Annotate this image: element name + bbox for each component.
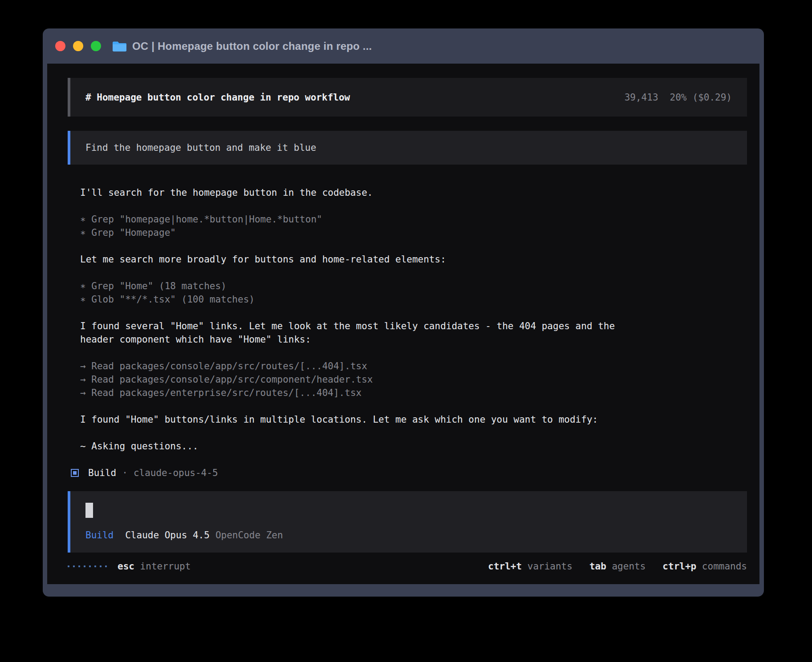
zoom-button[interactable] xyxy=(91,41,101,51)
assistant-text-line: I found "Home" buttons/links in multiple… xyxy=(80,413,747,426)
line-text: Grep "Homepage" xyxy=(91,227,176,238)
esc-key: esc xyxy=(118,561,134,572)
agent-separator: · xyxy=(122,466,128,480)
titlebar: OC | Homepage button color change in rep… xyxy=(43,28,764,64)
line-text: Read packages/console/app/src/component/… xyxy=(91,374,373,385)
shortcut-label: agents xyxy=(606,561,646,572)
session-header: # Homepage button color change in repo w… xyxy=(68,78,747,117)
tool-asterisk-icon: ∗ xyxy=(80,281,91,291)
line-text: Glob "**/*.tsx" (100 matches) xyxy=(91,294,255,305)
line-text: I found "Home" buttons/links in multiple… xyxy=(80,414,598,425)
line-text: Read packages/console/app/src/routes/[..… xyxy=(91,361,367,371)
spinner-dot xyxy=(73,565,75,567)
session-stats: 39,413 20% ($0.29) xyxy=(625,91,732,104)
spinner-dot xyxy=(84,565,85,567)
tool-call-line: → Read packages/enterprise/src/routes/[.… xyxy=(80,386,747,400)
tool-call-line: → Read packages/console/app/src/routes/[… xyxy=(80,359,747,373)
agent-status-row: Build · claude-opus-4-5 xyxy=(68,466,747,480)
assistant-text-line: I found several "Home" links. Let me loo… xyxy=(80,319,637,346)
tool-asterisk-icon: ∗ xyxy=(80,214,91,225)
folder-icon xyxy=(113,40,126,52)
agent-name: Build xyxy=(88,466,116,480)
spinner-dot xyxy=(89,565,91,567)
line-text: ~ Asking questions... xyxy=(80,441,199,452)
build-agent-icon xyxy=(71,469,79,477)
agent-model: claude-opus-4-5 xyxy=(134,466,218,480)
line-text: I found several "Home" links. Let me loo… xyxy=(80,321,615,345)
token-count: 39,413 xyxy=(625,91,658,104)
input-model: Claude Opus 4.5 xyxy=(125,529,210,542)
esc-label: interrupt xyxy=(140,561,191,572)
tool-asterisk-icon: ∗ xyxy=(80,294,91,305)
assistant-text-line: Let me search more broadly for buttons a… xyxy=(80,253,747,266)
read-arrow-icon: → xyxy=(80,388,91,398)
shortcut-key: tab xyxy=(589,561,606,572)
statusbar: esc interrupt ctrl+t variantstab agentsc… xyxy=(68,560,747,573)
tool-call-line: ∗ Glob "**/*.tsx" (100 matches) xyxy=(80,293,747,306)
line-text: Grep "Home" (18 matches) xyxy=(91,281,226,291)
shortcut-list: ctrl+t variantstab agentsctrl+p commands xyxy=(488,560,747,573)
line-text: Let me search more broadly for buttons a… xyxy=(80,254,446,265)
spinner-dot xyxy=(68,565,69,567)
spinner-dot xyxy=(105,565,107,567)
read-arrow-icon: → xyxy=(80,374,91,385)
shortcut-label: variants xyxy=(522,561,572,572)
shortcut-agents: tab agents xyxy=(589,560,646,573)
line-text: Read packages/enterprise/src/routes/[...… xyxy=(91,388,361,398)
spinner-dot xyxy=(78,565,80,567)
input-provider: OpenCode Zen xyxy=(215,529,283,542)
tool-call-line: ∗ Grep "Homepage" xyxy=(80,226,747,239)
terminal-screen: # Homepage button color change in repo w… xyxy=(47,64,759,584)
user-message-text: Find the homepage button and make it blu… xyxy=(85,141,316,154)
input-agent-mode: Build xyxy=(85,529,114,542)
tool-call-line: → Read packages/console/app/src/componen… xyxy=(80,373,747,386)
session-cost: ($0.29) xyxy=(692,91,732,104)
terminal-window: OC | Homepage button color change in rep… xyxy=(43,28,764,597)
tool-call-line: ∗ Grep "Home" (18 matches) xyxy=(80,279,747,293)
conversation: I'll search for the homepage button in t… xyxy=(80,186,747,453)
tool-asterisk-icon: ∗ xyxy=(80,227,91,238)
read-arrow-icon: → xyxy=(80,361,91,371)
traffic-lights xyxy=(55,41,101,51)
user-message: Find the homepage button and make it blu… xyxy=(68,131,747,165)
esc-hint: esc interrupt xyxy=(118,560,191,573)
line-text: Grep "homepage|home.*button|Home.*button… xyxy=(91,214,322,225)
assistant-text-line: ~ Asking questions... xyxy=(80,440,747,453)
minimize-button[interactable] xyxy=(73,41,83,51)
spinner-dot xyxy=(94,565,96,567)
context-percent: 20% xyxy=(670,91,687,104)
spinner-dot xyxy=(100,565,102,567)
assistant-text-line: I'll search for the homepage button in t… xyxy=(80,186,747,199)
session-title: # Homepage button color change in repo w… xyxy=(85,91,350,104)
window-title: OC | Homepage button color change in rep… xyxy=(132,40,372,52)
spinner-dots xyxy=(68,565,107,567)
input-cursor xyxy=(85,503,93,518)
shortcut-commands: ctrl+p commands xyxy=(662,560,747,573)
shortcut-key: ctrl+p xyxy=(662,561,696,572)
line-text: I'll search for the homepage button in t… xyxy=(80,187,373,198)
input-meta-row: Build Claude Opus 4.5 OpenCode Zen xyxy=(85,529,732,542)
close-button[interactable] xyxy=(55,41,65,51)
shortcut-label: commands xyxy=(696,561,747,572)
shortcut-key: ctrl+t xyxy=(488,561,522,572)
prompt-input[interactable]: Build Claude Opus 4.5 OpenCode Zen xyxy=(68,491,747,553)
shortcut-variants: ctrl+t variants xyxy=(488,560,572,573)
tool-call-line: ∗ Grep "homepage|home.*button|Home.*butt… xyxy=(80,213,747,226)
